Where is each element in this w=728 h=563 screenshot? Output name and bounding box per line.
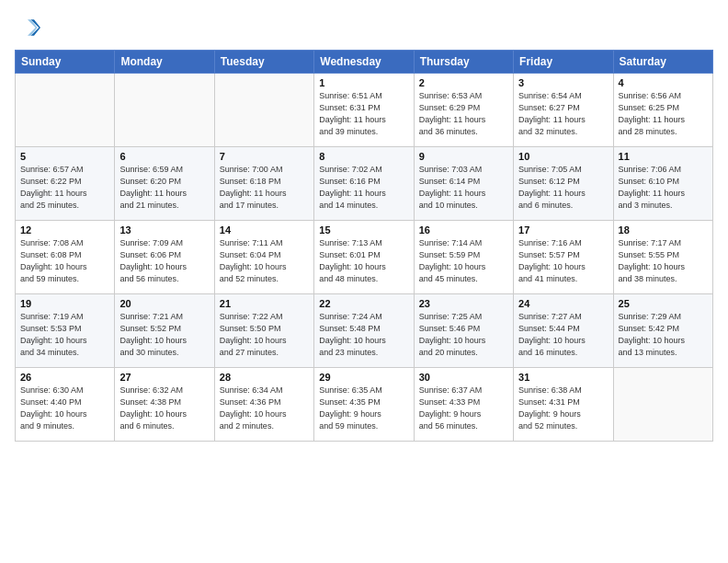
calendar-week-3: 12Sunrise: 7:08 AM Sunset: 6:08 PM Dayli… [16,221,713,294]
calendar-week-4: 19Sunrise: 7:19 AM Sunset: 5:53 PM Dayli… [16,294,713,368]
calendar-cell: 22Sunrise: 7:24 AM Sunset: 5:48 PM Dayli… [314,294,414,368]
day-number: 21 [220,298,309,309]
day-number: 8 [319,151,408,162]
day-info: Sunrise: 6:37 AM Sunset: 4:33 PM Dayligh… [419,385,508,432]
calendar-cell: 16Sunrise: 7:14 AM Sunset: 5:59 PM Dayli… [414,221,513,294]
day-info: Sunrise: 6:59 AM Sunset: 6:20 PM Dayligh… [119,164,209,212]
calendar-cell: 11Sunrise: 7:06 AM Sunset: 6:10 PM Dayli… [613,147,712,221]
day-number: 18 [619,224,708,236]
day-number: 31 [518,372,608,383]
calendar-cell: 20Sunrise: 7:21 AM Sunset: 5:52 PM Dayli… [115,294,214,368]
day-number: 9 [419,151,508,162]
day-info: Sunrise: 6:38 AM Sunset: 4:31 PM Dayligh… [518,385,608,432]
day-info: Sunrise: 7:11 AM Sunset: 6:04 PM Dayligh… [220,237,309,285]
calendar-cell: 4Sunrise: 6:56 AM Sunset: 6:25 PM Daylig… [613,74,712,147]
calendar-cell: 10Sunrise: 7:05 AM Sunset: 6:12 PM Dayli… [514,147,613,221]
day-info: Sunrise: 7:13 AM Sunset: 6:01 PM Dayligh… [319,237,408,285]
day-info: Sunrise: 7:17 AM Sunset: 5:55 PM Dayligh… [619,237,708,285]
day-info: Sunrise: 6:56 AM Sunset: 6:25 PM Dayligh… [619,90,708,138]
day-info: Sunrise: 7:25 AM Sunset: 5:46 PM Dayligh… [419,311,508,359]
day-info: Sunrise: 7:19 AM Sunset: 5:53 PM Dayligh… [20,311,109,359]
calendar-cell: 21Sunrise: 7:22 AM Sunset: 5:50 PM Dayli… [214,294,313,368]
day-number: 14 [220,224,309,236]
logo-icon [15,15,40,40]
calendar-cell: 17Sunrise: 7:16 AM Sunset: 5:57 PM Dayli… [514,221,613,294]
calendar-cell: 28Sunrise: 6:34 AM Sunset: 4:36 PM Dayli… [214,368,313,442]
calendar-cell: 14Sunrise: 7:11 AM Sunset: 6:04 PM Dayli… [214,221,313,294]
calendar-cell: 29Sunrise: 6:35 AM Sunset: 4:35 PM Dayli… [314,368,414,442]
calendar-cell: 3Sunrise: 6:54 AM Sunset: 6:27 PM Daylig… [514,74,613,147]
day-number: 5 [20,151,109,162]
calendar-cell: 24Sunrise: 7:27 AM Sunset: 5:44 PM Dayli… [514,294,613,368]
day-info: Sunrise: 7:27 AM Sunset: 5:44 PM Dayligh… [518,311,608,359]
day-info: Sunrise: 7:05 AM Sunset: 6:12 PM Dayligh… [518,164,608,212]
day-info: Sunrise: 6:30 AM Sunset: 4:40 PM Dayligh… [20,385,109,432]
day-number: 6 [119,151,209,162]
calendar-cell: 25Sunrise: 7:29 AM Sunset: 5:42 PM Dayli… [613,294,712,368]
weekday-header-row: SundayMondayTuesdayWednesdayThursdayFrid… [16,51,713,74]
weekday-header-thursday: Thursday [414,51,513,74]
day-number: 24 [518,298,608,309]
logo [15,15,44,40]
day-number: 25 [619,298,708,309]
calendar-cell: 15Sunrise: 7:13 AM Sunset: 6:01 PM Dayli… [314,221,414,294]
day-number: 30 [419,372,508,383]
day-number: 29 [319,372,408,383]
day-info: Sunrise: 7:06 AM Sunset: 6:10 PM Dayligh… [619,164,708,212]
day-number: 4 [619,77,708,88]
calendar-week-1: 1Sunrise: 6:51 AM Sunset: 6:31 PM Daylig… [16,74,713,147]
header [15,15,713,40]
calendar-cell: 31Sunrise: 6:38 AM Sunset: 4:31 PM Dayli… [514,368,613,442]
calendar-cell: 2Sunrise: 6:53 AM Sunset: 6:29 PM Daylig… [414,74,513,147]
day-info: Sunrise: 7:09 AM Sunset: 6:06 PM Dayligh… [119,237,209,285]
weekday-header-tuesday: Tuesday [214,51,313,74]
day-number: 28 [220,372,309,383]
day-info: Sunrise: 6:53 AM Sunset: 6:29 PM Dayligh… [419,90,508,138]
day-info: Sunrise: 7:21 AM Sunset: 5:52 PM Dayligh… [119,311,209,359]
calendar-cell: 1Sunrise: 6:51 AM Sunset: 6:31 PM Daylig… [314,74,414,147]
day-number: 11 [619,151,708,162]
calendar-cell: 27Sunrise: 6:32 AM Sunset: 4:38 PM Dayli… [115,368,214,442]
weekday-header-sunday: Sunday [16,51,115,74]
day-number: 26 [20,372,109,383]
day-info: Sunrise: 7:00 AM Sunset: 6:18 PM Dayligh… [220,164,309,212]
day-number: 16 [419,224,508,236]
day-number: 1 [319,77,408,88]
day-number: 20 [119,298,209,309]
day-number: 10 [518,151,608,162]
calendar-cell [214,74,313,147]
day-info: Sunrise: 6:32 AM Sunset: 4:38 PM Dayligh… [119,385,209,432]
day-info: Sunrise: 6:35 AM Sunset: 4:35 PM Dayligh… [319,385,408,432]
day-number: 23 [419,298,508,309]
calendar-cell: 13Sunrise: 7:09 AM Sunset: 6:06 PM Dayli… [115,221,214,294]
weekday-header-wednesday: Wednesday [314,51,414,74]
day-number: 22 [319,298,408,309]
day-info: Sunrise: 7:14 AM Sunset: 5:59 PM Dayligh… [419,237,508,285]
day-number: 7 [220,151,309,162]
day-number: 27 [119,372,209,383]
day-number: 15 [319,224,408,236]
weekday-header-friday: Friday [514,51,613,74]
calendar-cell: 26Sunrise: 6:30 AM Sunset: 4:40 PM Dayli… [16,368,115,442]
day-info: Sunrise: 6:57 AM Sunset: 6:22 PM Dayligh… [20,164,109,212]
weekday-header-saturday: Saturday [613,51,712,74]
day-info: Sunrise: 7:29 AM Sunset: 5:42 PM Dayligh… [619,311,708,359]
day-info: Sunrise: 7:03 AM Sunset: 6:14 PM Dayligh… [419,164,508,212]
day-info: Sunrise: 7:22 AM Sunset: 5:50 PM Dayligh… [220,311,309,359]
calendar-cell: 7Sunrise: 7:00 AM Sunset: 6:18 PM Daylig… [214,147,313,221]
calendar-cell: 9Sunrise: 7:03 AM Sunset: 6:14 PM Daylig… [414,147,513,221]
calendar-week-2: 5Sunrise: 6:57 AM Sunset: 6:22 PM Daylig… [16,147,713,221]
calendar-cell: 8Sunrise: 7:02 AM Sunset: 6:16 PM Daylig… [314,147,414,221]
calendar-cell: 23Sunrise: 7:25 AM Sunset: 5:46 PM Dayli… [414,294,513,368]
day-number: 2 [419,77,508,88]
calendar-cell [613,368,712,442]
calendar-cell: 12Sunrise: 7:08 AM Sunset: 6:08 PM Dayli… [16,221,115,294]
day-info: Sunrise: 7:02 AM Sunset: 6:16 PM Dayligh… [319,164,408,212]
day-info: Sunrise: 7:24 AM Sunset: 5:48 PM Dayligh… [319,311,408,359]
day-number: 17 [518,224,608,236]
day-info: Sunrise: 7:16 AM Sunset: 5:57 PM Dayligh… [518,237,608,285]
weekday-header-monday: Monday [115,51,214,74]
day-number: 12 [20,224,109,236]
calendar-cell [115,74,214,147]
day-info: Sunrise: 6:34 AM Sunset: 4:36 PM Dayligh… [220,385,309,432]
